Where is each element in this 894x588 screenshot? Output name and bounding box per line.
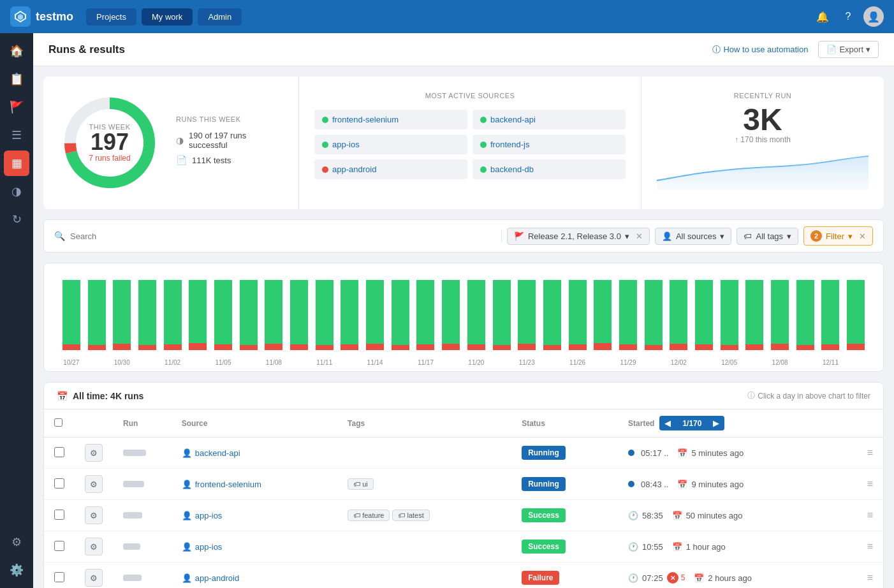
bar-group[interactable] <box>59 280 84 350</box>
bar-group[interactable] <box>287 280 311 350</box>
bar-group[interactable] <box>262 280 286 350</box>
source-link[interactable]: 👤app-ios <box>182 542 327 552</box>
row-settings-btn[interactable]: ⚙ <box>85 569 103 587</box>
page-title: Runs & results <box>48 43 125 56</box>
top-nav: testmo Projects My work Admin 🔔 ? 👤 <box>0 0 894 33</box>
row-menu-btn[interactable]: ≡ <box>867 541 873 552</box>
row-menu-btn[interactable]: ≡ <box>867 510 873 520</box>
bar-group[interactable] <box>590 280 615 350</box>
bar-group[interactable] <box>490 280 514 350</box>
sidebar-item-reports[interactable]: ◑ <box>4 179 29 204</box>
bar-group[interactable] <box>540 280 564 350</box>
source-pill-app-android[interactable]: app-android <box>314 159 467 179</box>
row-checkbox[interactable] <box>54 510 64 520</box>
bar-group[interactable] <box>237 280 261 350</box>
source-link[interactable]: 👤frontend-selenium <box>182 480 327 489</box>
bar-group[interactable] <box>819 280 843 350</box>
bar-chart[interactable] <box>59 274 868 350</box>
source-pill-frontend-js[interactable]: frontend-js <box>473 135 626 154</box>
bar-group[interactable] <box>414 280 438 350</box>
release-filter-clear[interactable]: ✕ <box>636 232 643 241</box>
release-filter-chip[interactable]: 🚩 Release 2.1, Release 3.0 ▾ ✕ <box>507 228 650 245</box>
source-link[interactable]: 👤backend-api <box>182 448 327 458</box>
chart-label: 11/05 <box>211 359 235 366</box>
source-pill-frontend-selenium[interactable]: frontend-selenium <box>314 110 467 129</box>
admin-nav-btn[interactable]: Admin <box>198 8 242 26</box>
sidebar-item-flag[interactable]: 🚩 <box>4 94 29 120</box>
tags-filter-chip[interactable]: 🏷 All tags ▾ <box>736 228 798 245</box>
bar-group[interactable] <box>110 280 134 350</box>
bar-group[interactable] <box>85 280 109 350</box>
bar-group[interactable] <box>768 280 792 350</box>
source-link[interactable]: 👤app-android <box>182 573 327 583</box>
row-settings-btn[interactable]: ⚙ <box>85 506 103 524</box>
row-checkbox[interactable] <box>54 447 64 457</box>
bar-group[interactable] <box>186 280 210 350</box>
bar-group[interactable] <box>793 280 817 350</box>
user-avatar[interactable]: 👤 <box>863 6 884 27</box>
bar-group[interactable] <box>312 280 337 350</box>
row-checkbox[interactable] <box>54 541 64 551</box>
filter-clear-btn[interactable]: ✕ <box>859 232 866 241</box>
bar-red <box>467 344 485 350</box>
select-all-checkbox[interactable] <box>54 418 62 427</box>
row-checkbox[interactable] <box>54 478 64 489</box>
bar-group[interactable] <box>717 280 742 350</box>
projects-nav-btn[interactable]: Projects <box>86 8 136 26</box>
bar-red <box>594 343 612 350</box>
bar-group[interactable] <box>743 280 767 350</box>
search-input[interactable] <box>70 229 496 244</box>
bar-group[interactable] <box>616 280 640 350</box>
pagination-control[interactable]: ◀ 1/170 ▶ <box>659 416 724 430</box>
bar-red <box>721 345 738 350</box>
prev-page-btn[interactable]: ◀ <box>659 416 676 430</box>
mywork-nav-btn[interactable]: My work <box>142 8 193 26</box>
bar-group[interactable] <box>641 280 666 350</box>
time-info: 🕐 58:35 📅 50 minutes ago <box>628 511 847 520</box>
source-pill-backend-db[interactable]: backend-db <box>473 159 626 179</box>
bar-group[interactable] <box>439 280 463 350</box>
bar-red <box>392 345 409 350</box>
row-checkbox[interactable] <box>54 572 64 582</box>
source-link[interactable]: 👤app-ios <box>182 511 327 520</box>
bar-group[interactable] <box>464 280 488 350</box>
sidebar-item-home[interactable]: 🏠 <box>4 38 29 64</box>
bar-group[interactable] <box>692 280 716 350</box>
row-menu-btn[interactable]: ≡ <box>867 447 873 458</box>
table-title: 📅 All time: 4K runs <box>57 391 143 401</box>
row-settings-btn[interactable]: ⚙ <box>85 475 103 493</box>
row-settings-btn[interactable]: ⚙ <box>85 444 103 462</box>
help-btn[interactable]: ? <box>838 6 858 27</box>
bar-group[interactable] <box>211 280 235 350</box>
how-to-use-automation-link[interactable]: ⓘ How to use automation <box>712 44 808 55</box>
sidebar-item-runs[interactable]: ▦ <box>4 151 29 176</box>
bar-group[interactable] <box>667 280 691 350</box>
bar-group[interactable] <box>135 280 159 350</box>
source-pill-app-ios[interactable]: app-ios <box>314 135 467 154</box>
bar-group[interactable] <box>388 280 413 350</box>
bar-group[interactable] <box>515 280 539 350</box>
bar-group[interactable] <box>566 280 590 350</box>
notifications-btn[interactable]: 🔔 <box>812 6 833 27</box>
filter-chip-orange[interactable]: 2 Filter ▾ ✕ <box>803 226 873 246</box>
row-menu-btn[interactable]: ≡ <box>867 572 873 583</box>
bar-group[interactable] <box>161 280 185 350</box>
bar-group[interactable] <box>844 280 868 350</box>
bar-group[interactable] <box>363 280 387 350</box>
sources-filter-chip[interactable]: 👤 All sources ▾ <box>655 228 732 245</box>
source-pill-backend-api[interactable]: backend-api <box>473 110 626 129</box>
sidebar-item-integrations[interactable]: ⚙ <box>4 529 29 555</box>
table-row: ⚙👤app-androidFailure 🕐 07:25 ✕5 📅 2 hour… <box>44 562 883 589</box>
sidebar-item-list[interactable]: 📋 <box>4 66 29 92</box>
sidebar-item-checklist[interactable]: ☰ <box>4 122 29 148</box>
row-settings-btn[interactable]: ⚙ <box>85 538 103 555</box>
sidebar-item-settings[interactable]: ⚙️ <box>4 557 29 583</box>
successful-runs-stat: ◑ 190 of 197 runs successful <box>176 131 283 150</box>
row-menu-btn[interactable]: ≡ <box>867 478 873 489</box>
table-row: ⚙👤frontend-selenium🏷 uiRunning 08:43 .. … <box>44 469 883 500</box>
next-page-btn[interactable]: ▶ <box>708 416 724 430</box>
sidebar-item-refresh[interactable]: ↻ <box>4 207 29 232</box>
page-indicator[interactable]: 1/170 <box>677 416 707 430</box>
export-button[interactable]: 📄 Export ▾ <box>818 41 879 58</box>
bar-group[interactable] <box>338 280 362 350</box>
